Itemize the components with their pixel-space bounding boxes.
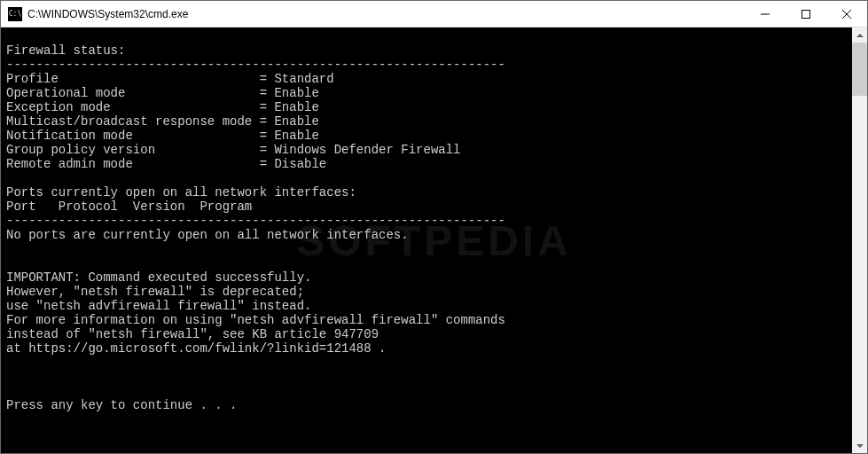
maximize-icon — [802, 10, 810, 19]
svg-rect-1 — [802, 10, 810, 18]
console-output[interactable]: Firewall status: -----------------------… — [1, 27, 852, 453]
minimize-button[interactable] — [745, 1, 786, 27]
window: C:\ C:\WINDOWS\System32\cmd.exe Firewall… — [0, 0, 868, 454]
chevron-up-icon — [856, 34, 864, 37]
minimize-icon — [761, 10, 770, 19]
scroll-thumb[interactable] — [852, 43, 867, 96]
cmd-icon: C:\ — [8, 7, 22, 21]
scroll-up-button[interactable] — [852, 27, 867, 43]
svg-marker-4 — [856, 34, 864, 37]
scroll-down-button[interactable] — [852, 438, 867, 453]
svg-marker-5 — [856, 444, 864, 448]
close-button[interactable] — [826, 1, 867, 27]
titlebar[interactable]: C:\ C:\WINDOWS\System32\cmd.exe — [1, 1, 867, 27]
scrollbar[interactable] — [852, 27, 867, 453]
titlebar-controls — [745, 1, 867, 27]
window-title: C:\WINDOWS\System32\cmd.exe — [27, 8, 745, 20]
scroll-track[interactable] — [852, 43, 867, 438]
chevron-down-icon — [856, 444, 864, 448]
console-area: Firewall status: -----------------------… — [1, 27, 867, 453]
maximize-button[interactable] — [786, 1, 826, 27]
close-icon — [842, 10, 851, 19]
